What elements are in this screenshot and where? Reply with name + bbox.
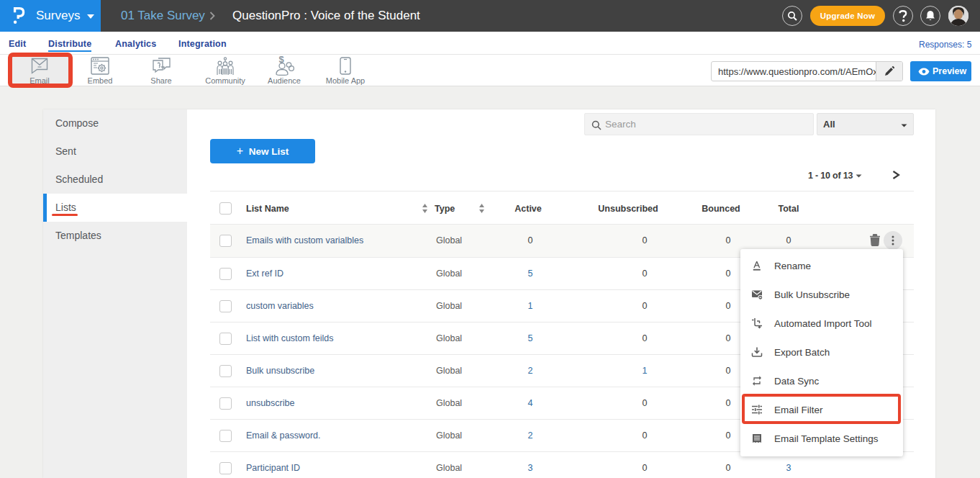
svg-text:$: $ <box>279 56 285 65</box>
